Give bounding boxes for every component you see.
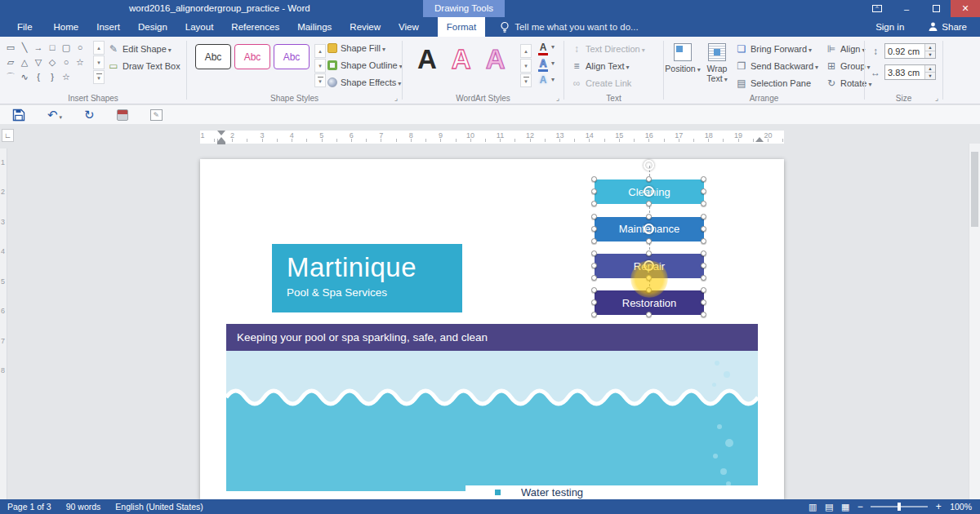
gallery-more-icon[interactable]: ▾ bbox=[93, 70, 105, 84]
selection-handle[interactable] bbox=[701, 299, 706, 305]
selection-handle[interactable] bbox=[591, 188, 597, 194]
zoom-in-icon[interactable]: + bbox=[932, 501, 945, 512]
left-indent-marker[interactable] bbox=[217, 142, 225, 144]
selection-handle[interactable] bbox=[591, 226, 597, 232]
language-indicator[interactable]: English (United States) bbox=[108, 499, 210, 514]
first-line-indent-marker[interactable] bbox=[217, 131, 225, 135]
tab-format[interactable]: Format bbox=[438, 17, 485, 37]
undo-button[interactable]: ↶ bbox=[47, 108, 62, 122]
shape-glyph[interactable]: ☆ bbox=[74, 55, 86, 69]
tell-me-box[interactable]: Tell me what you want to do... bbox=[500, 17, 639, 37]
height-up-icon[interactable]: ▲ bbox=[925, 44, 935, 51]
gallery-up-icon[interactable]: ▴ bbox=[93, 41, 105, 55]
shape-glyph[interactable]: ∿ bbox=[19, 69, 30, 84]
vertical-ruler[interactable]: 12345678 bbox=[0, 148, 7, 499]
selection-handle[interactable] bbox=[701, 176, 706, 182]
shape-width-input[interactable] bbox=[885, 65, 924, 79]
sign-in-button[interactable]: Sign in bbox=[864, 17, 915, 37]
selection-handle[interactable] bbox=[646, 201, 652, 206]
shape-glyph[interactable]: ▽ bbox=[33, 55, 44, 69]
selection-handle[interactable] bbox=[646, 238, 652, 244]
shape-glyph[interactable]: ☆ bbox=[60, 69, 72, 84]
shape-glyph[interactable]: ▢ bbox=[60, 40, 72, 55]
shape-glyph[interactable]: ▱ bbox=[5, 55, 16, 69]
bring-forward-button[interactable]: ❏ Bring Forward bbox=[736, 43, 812, 55]
vertical-scrollbar[interactable] bbox=[969, 144, 980, 499]
wordart-more-icon[interactable]: ▾ bbox=[520, 73, 532, 87]
selection-handle[interactable] bbox=[591, 312, 597, 317]
selection-handle[interactable] bbox=[701, 214, 706, 219]
services-list-box[interactable]: Water testing bbox=[466, 485, 758, 499]
tab-mailings[interactable]: Mailings bbox=[288, 17, 341, 37]
shape-glyph[interactable]: ○ bbox=[74, 40, 86, 55]
tab-file[interactable]: File bbox=[5, 17, 45, 37]
shape-glyph[interactable]: □ bbox=[47, 40, 58, 55]
text-outline-button[interactable]: A bbox=[538, 58, 555, 72]
tab-home[interactable]: Home bbox=[45, 17, 88, 37]
rotation-handle[interactable] bbox=[644, 186, 654, 197]
create-link-button[interactable]: ∞ Create Link bbox=[571, 78, 631, 89]
tab-references[interactable]: References bbox=[222, 17, 288, 37]
print-layout-icon[interactable]: ▤ bbox=[821, 502, 837, 512]
contextual-tab-group-header[interactable]: Drawing Tools bbox=[423, 0, 505, 17]
shape-glyph[interactable]: ⌒ bbox=[5, 69, 16, 84]
water-graphic[interactable] bbox=[226, 351, 758, 491]
minimize-button[interactable]: – bbox=[892, 0, 921, 17]
selection-pane-button[interactable]: ▤ Selection Pane bbox=[736, 78, 811, 89]
position-button[interactable]: Position bbox=[666, 40, 699, 100]
ribbon-display-options-button[interactable]: ^ bbox=[862, 0, 892, 17]
width-down-icon[interactable]: ▼ bbox=[925, 73, 935, 79]
selection-handle[interactable] bbox=[646, 176, 652, 182]
tab-insert[interactable]: Insert bbox=[87, 17, 129, 37]
shape-height-input[interactable] bbox=[885, 44, 924, 58]
shape-glyph[interactable]: { bbox=[33, 69, 44, 84]
wrap-text-button[interactable]: Wrap Text bbox=[701, 40, 733, 100]
shape-glyph[interactable]: △ bbox=[19, 55, 30, 69]
edit-shape-button[interactable]: ✎ Edit Shape bbox=[108, 43, 172, 55]
close-button[interactable]: ✕ bbox=[951, 0, 980, 17]
shape-glyph[interactable]: ╲ bbox=[19, 40, 30, 55]
right-indent-marker[interactable] bbox=[755, 137, 764, 142]
align-text-button[interactable]: ≡ Align Text bbox=[571, 60, 630, 72]
zoom-slider-thumb[interactable] bbox=[898, 503, 901, 511]
selection-handle[interactable] bbox=[701, 226, 706, 232]
selection-handle[interactable] bbox=[701, 287, 706, 293]
document-page[interactable]: Martinique Pool & Spa Services Keeping y… bbox=[200, 159, 784, 499]
shape-outline-button[interactable]: Shape Outline bbox=[327, 60, 403, 70]
tab-design[interactable]: Design bbox=[129, 17, 176, 37]
selection-handle[interactable] bbox=[591, 275, 597, 281]
selection-handle[interactable] bbox=[591, 299, 597, 305]
selection-handle[interactable] bbox=[646, 214, 652, 219]
shape-glyph[interactable]: ▭ bbox=[5, 40, 16, 55]
read-mode-icon[interactable]: ▥ bbox=[804, 502, 821, 512]
share-button[interactable]: Share bbox=[915, 22, 980, 32]
width-up-icon[interactable]: ▲ bbox=[925, 65, 935, 73]
send-backward-button[interactable]: ❐ Send Backward bbox=[736, 60, 818, 72]
draw-pen-icon[interactable]: ✎ bbox=[150, 109, 163, 121]
styles-down-icon[interactable]: ▾ bbox=[314, 59, 326, 73]
horizontal-ruler[interactable]: 1234567891011121314151617181920 bbox=[200, 131, 784, 144]
tab-layout[interactable]: Layout bbox=[176, 17, 223, 37]
tab-view[interactable]: View bbox=[390, 17, 428, 37]
selection-handle[interactable] bbox=[646, 275, 652, 281]
selection-handle[interactable] bbox=[701, 275, 706, 281]
redo-button[interactable]: ↻ bbox=[84, 108, 95, 122]
shape-effects-button[interactable]: Shape Effects bbox=[327, 78, 401, 87]
selection-handle[interactable] bbox=[591, 263, 597, 268]
word-count[interactable]: 90 words bbox=[59, 499, 109, 514]
styles-more-icon[interactable]: ▾ bbox=[314, 73, 326, 87]
selection-handle[interactable] bbox=[701, 250, 706, 256]
wordart-sample[interactable]: A bbox=[417, 38, 437, 81]
selection-handle[interactable] bbox=[646, 312, 652, 317]
page-indicator[interactable]: Page 1 of 3 bbox=[0, 499, 59, 514]
selection-handle[interactable] bbox=[701, 201, 706, 206]
text-fill-button[interactable]: A bbox=[538, 42, 555, 55]
selection-handle[interactable] bbox=[701, 238, 706, 244]
tab-review[interactable]: Review bbox=[341, 17, 390, 37]
tab-stop-selector[interactable]: ∟ bbox=[2, 129, 14, 142]
shape-glyph[interactable]: ◇ bbox=[47, 55, 58, 69]
selection-handle[interactable] bbox=[646, 250, 652, 256]
zoom-level[interactable]: 100% bbox=[945, 502, 980, 512]
brand-text-box[interactable]: Martinique Pool & Spa Services bbox=[272, 244, 462, 312]
zoom-out-icon[interactable]: − bbox=[853, 501, 866, 512]
